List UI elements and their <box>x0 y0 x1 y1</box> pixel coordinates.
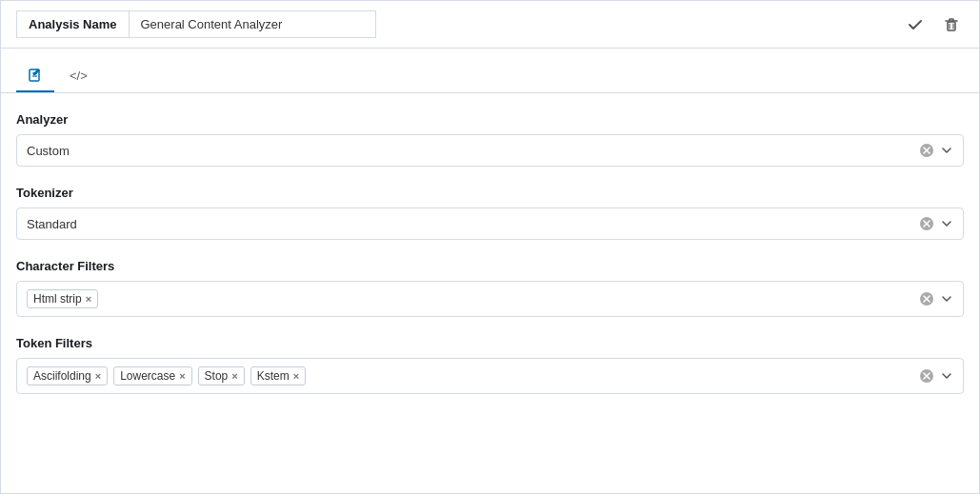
checkmark-icon <box>907 16 924 33</box>
tag-asciifolding: Asciifolding × <box>27 366 108 385</box>
header-left: Analysis Name <box>16 10 376 38</box>
analysis-name-label: Analysis Name <box>16 10 129 38</box>
header: Analysis Name <box>1 1 979 49</box>
tokenizer-chevron-icon[interactable] <box>940 217 953 230</box>
tag-stop-close[interactable]: × <box>231 371 237 382</box>
analyzer-controls <box>919 143 953 158</box>
analyzer-chevron-icon[interactable] <box>940 144 953 157</box>
token-filters-clear-icon[interactable] <box>919 368 934 384</box>
tag-kstem: Kstem × <box>250 366 306 385</box>
tab-code[interactable]: </> <box>58 61 99 92</box>
character-filters-label: Character Filters <box>16 259 964 273</box>
token-filters-controls <box>919 368 953 384</box>
delete-button[interactable] <box>939 12 964 37</box>
header-right <box>903 12 964 37</box>
tag-html-strip-close[interactable]: × <box>86 294 91 305</box>
character-filters-tags: Html strip × <box>27 289 919 308</box>
character-filters-controls <box>919 291 953 306</box>
tokenizer-section: Tokenizer Standard <box>16 186 964 240</box>
analyzer-label: Analyzer <box>16 112 964 127</box>
tag-stop: Stop × <box>198 366 245 385</box>
code-icon: </> <box>70 69 88 83</box>
main-container: Analysis Name <box>0 0 980 494</box>
save-button[interactable] <box>903 12 928 37</box>
trash-icon <box>943 16 960 33</box>
content-area: Analyzer Custom <box>1 93 979 432</box>
analyzer-section: Analyzer Custom <box>16 112 964 167</box>
tag-kstem-close[interactable]: × <box>293 371 299 382</box>
edit-icon <box>28 68 43 83</box>
tokenizer-select[interactable]: Standard <box>16 207 964 240</box>
analyzer-clear-icon[interactable] <box>919 143 934 158</box>
analysis-name-input[interactable] <box>129 10 376 38</box>
tabs-bar: </> <box>1 49 979 93</box>
token-filters-tags: Asciifolding × Lowercase × Stop × Kstem … <box>27 366 919 385</box>
tokenizer-controls <box>919 216 953 231</box>
tag-html-strip: Html strip × <box>27 289 98 308</box>
tokenizer-value: Standard <box>27 217 919 231</box>
analyzer-select[interactable]: Custom <box>16 134 964 167</box>
character-filters-chevron-icon[interactable] <box>940 292 953 306</box>
svg-rect-0 <box>948 22 955 30</box>
tab-edit[interactable] <box>16 60 54 92</box>
tag-lowercase-close[interactable]: × <box>179 371 185 382</box>
character-filters-clear-icon[interactable] <box>919 291 934 306</box>
token-filters-select[interactable]: Asciifolding × Lowercase × Stop × Kstem … <box>16 358 964 394</box>
token-filters-section: Token Filters Asciifolding × Lowercase ×… <box>16 336 964 394</box>
character-filters-section: Character Filters Html strip × <box>16 259 964 317</box>
tag-lowercase: Lowercase × <box>113 366 191 385</box>
token-filters-label: Token Filters <box>16 336 964 350</box>
token-filters-chevron-icon[interactable] <box>940 369 953 383</box>
tokenizer-clear-icon[interactable] <box>919 216 934 231</box>
character-filters-select[interactable]: Html strip × <box>16 281 964 317</box>
tokenizer-label: Tokenizer <box>16 186 964 200</box>
tag-asciifolding-close[interactable]: × <box>95 371 101 382</box>
analyzer-value: Custom <box>27 144 919 158</box>
